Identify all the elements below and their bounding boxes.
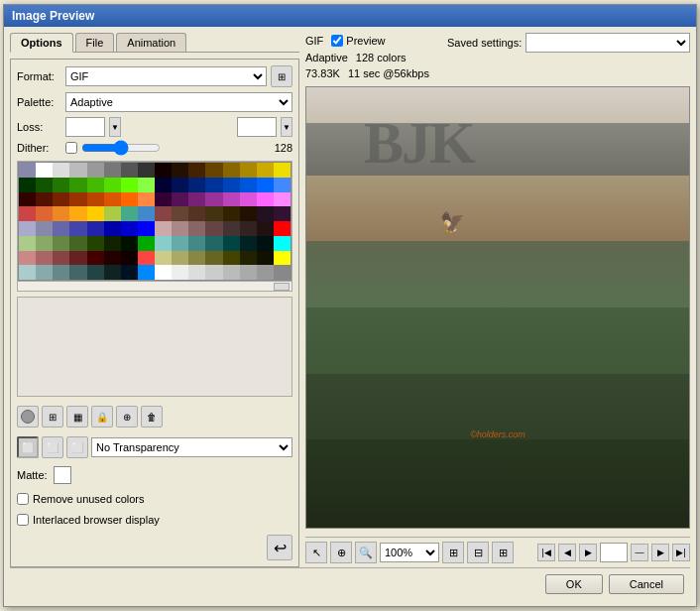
palette-label: Palette: <box>17 96 61 108</box>
trans-btn1[interactable]: ⬜ <box>17 436 39 458</box>
matte-label: Matte: <box>17 469 48 481</box>
image-preview-area: BJK 🦅 ©holders.com <box>305 86 690 530</box>
preview-checkbox[interactable] <box>331 35 343 47</box>
matte-swatch[interactable] <box>54 466 71 484</box>
bjk-overlay: BJK <box>364 109 474 178</box>
dialog-bottom: OK Cancel <box>10 567 690 600</box>
tab-bar: Options File Animation <box>10 33 299 53</box>
dialog-title: Image Preview <box>12 9 94 23</box>
tab-file[interactable]: File <box>75 33 115 52</box>
remove-unused-checkbox[interactable] <box>17 493 29 505</box>
page-indicator: — <box>631 544 648 561</box>
next-frame-btn[interactable]: ▶ <box>651 544 669 561</box>
team-silhouettes <box>325 307 669 462</box>
size-label: 73.83K <box>305 65 340 82</box>
adaptive-info-row: Adaptive 128 colors <box>305 50 429 66</box>
dither-checkbox[interactable] <box>65 142 77 154</box>
remove-unused-label: Remove unused colors <box>33 493 145 505</box>
saved-settings-group: Saved settings: <box>447 33 690 53</box>
color-scroll[interactable] <box>18 281 292 291</box>
options-panel: Format: GIF ⊞ Palette: Adaptive <box>10 59 299 567</box>
colors-label: 128 colors <box>356 50 407 66</box>
play-btn[interactable]: ▶ <box>579 544 597 561</box>
pan-tool-btn[interactable]: ⊕ <box>330 542 352 563</box>
interlaced-checkbox[interactable] <box>17 514 29 526</box>
preview-image-bg: BJK 🦅 ©holders.com <box>306 87 689 529</box>
four-up-btn[interactable]: ⊞ <box>492 542 514 563</box>
loss-row: Loss: 0 ▼ 128 ▼ <box>17 117 292 137</box>
cursor-tool-btn[interactable]: ↖ <box>305 542 327 563</box>
cancel-button[interactable]: Cancel <box>609 574 684 594</box>
prev-frame-btn[interactable]: ◀ <box>558 544 576 561</box>
tab-options[interactable]: Options <box>10 33 73 53</box>
two-up-btn[interactable]: ⊟ <box>467 542 489 563</box>
format-info-row: GIF Preview <box>305 33 429 50</box>
transparency-select[interactable]: No Transparency <box>91 437 292 457</box>
add-icon-btn[interactable]: ⊕ <box>116 406 138 428</box>
transparency-row: ⬜ ⬜ ⬜ No Transparency <box>17 436 292 458</box>
circle-icon <box>21 410 35 424</box>
zoom-select[interactable]: 100% <box>380 543 439 562</box>
preview-checkbox-group: Preview <box>331 33 385 50</box>
dither-row: Dither: 128 <box>17 142 292 154</box>
lock-icon-btn[interactable]: 🔒 <box>91 406 113 428</box>
format-options-icon[interactable]: ⊞ <box>271 65 292 87</box>
icon-toolbar: ⊞ ▦ 🔒 ⊕ 🗑 <box>17 406 292 428</box>
tab-animation[interactable]: Animation <box>116 33 186 52</box>
saved-settings-label: Saved settings: <box>447 37 522 49</box>
title-bar: Image Preview <box>4 5 696 27</box>
right-top-bar: GIF Preview Adaptive 128 colors 73.83K <box>305 33 690 82</box>
zoom-tool-btn[interactable]: 🔍 <box>355 542 377 563</box>
fit-tool-btn[interactable]: ⊞ <box>442 542 464 563</box>
saved-settings-select[interactable] <box>525 33 690 53</box>
palette-row: Palette: Adaptive <box>17 92 292 112</box>
left-panel: Options File Animation Format: GIF ⊞ <box>10 33 299 567</box>
preview-label: Preview <box>346 33 385 50</box>
interlaced-label: Interlaced browser display <box>33 514 160 526</box>
pattern-icon-btn[interactable]: ▦ <box>66 406 88 428</box>
color-grid-container <box>17 161 292 292</box>
format-row: Format: GIF ⊞ <box>17 65 292 87</box>
format-label: Format: <box>17 70 61 82</box>
grid-icon-btn[interactable]: ⊞ <box>42 406 63 428</box>
adaptive-label: Adaptive <box>305 50 348 66</box>
loss-label: Loss: <box>17 121 61 133</box>
color-grid-inner <box>19 163 291 280</box>
format-info: GIF <box>305 33 323 50</box>
dialog-body: Options File Animation Format: GIF ⊞ <box>4 27 696 606</box>
colors-input[interactable]: 128 <box>237 117 277 137</box>
interlaced-row: Interlaced browser display <box>17 514 292 526</box>
bottom-image-toolbar: ↖ ⊕ 🔍 100% ⊞ ⊟ ⊞ |◀ ◀ ▶ 1 — ▶ ▶| <box>305 537 690 567</box>
dither-slider[interactable] <box>81 142 161 154</box>
matte-row: Matte: <box>17 466 292 484</box>
format-select[interactable]: GIF <box>65 66 267 86</box>
dither-label: Dither: <box>17 142 61 154</box>
trans-btn2[interactable]: ⬜ <box>42 436 63 458</box>
time-label: 11 sec @56kbps <box>348 65 429 82</box>
eagle-icon: 🦅 <box>440 210 465 234</box>
trans-btn3[interactable]: ⬜ <box>66 436 88 458</box>
colors-spinner[interactable]: ▼ <box>281 117 292 137</box>
first-frame-btn[interactable]: |◀ <box>537 544 555 561</box>
image-preview-dialog: Image Preview Options File Animation For… <box>3 4 697 607</box>
last-frame-btn[interactable]: ▶| <box>672 544 690 561</box>
color-grid <box>18 162 292 281</box>
loss-spinner[interactable]: ▼ <box>109 117 121 137</box>
gif-info: GIF Preview Adaptive 128 colors 73.83K <box>305 33 429 82</box>
remove-unused-row: Remove unused colors <box>17 493 292 505</box>
trash-icon-btn[interactable]: 🗑 <box>141 406 163 428</box>
page-input[interactable]: 1 <box>600 543 628 562</box>
dither-value: 128 <box>275 142 292 154</box>
palette-select[interactable]: Adaptive <box>65 92 292 112</box>
main-content: Options File Animation Format: GIF ⊞ <box>10 33 690 567</box>
bottom-icon-area: ↩ <box>17 531 292 560</box>
circle-icon-btn[interactable] <box>17 406 39 428</box>
loss-input[interactable]: 0 <box>65 117 105 137</box>
size-info-row: 73.83K 11 sec @56kbps <box>305 65 429 82</box>
color-section <box>17 297 292 397</box>
bottom-icon-btn[interactable]: ↩ <box>267 535 292 560</box>
right-panel: GIF Preview Adaptive 128 colors 73.83K <box>305 33 690 567</box>
ok-button[interactable]: OK <box>545 574 603 594</box>
